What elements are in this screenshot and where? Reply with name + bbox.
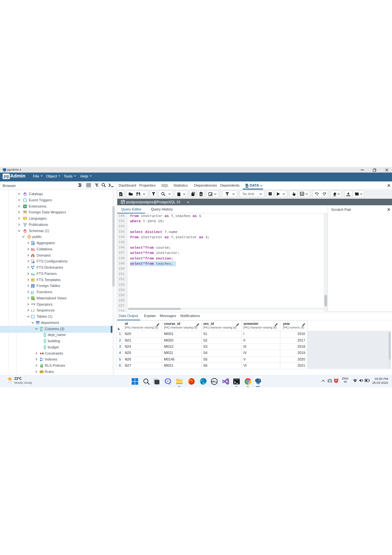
svg-text:S: S — [317, 193, 318, 196]
svg-text:f(): f() — [31, 291, 34, 294]
svg-text:1.2: 1.2 — [31, 309, 35, 312]
svg-text:A: A — [31, 247, 33, 251]
svg-text:DELL: DELL — [212, 380, 217, 383]
svg-text:S: S — [323, 193, 325, 196]
svg-text:Aa: Aa — [31, 272, 35, 276]
